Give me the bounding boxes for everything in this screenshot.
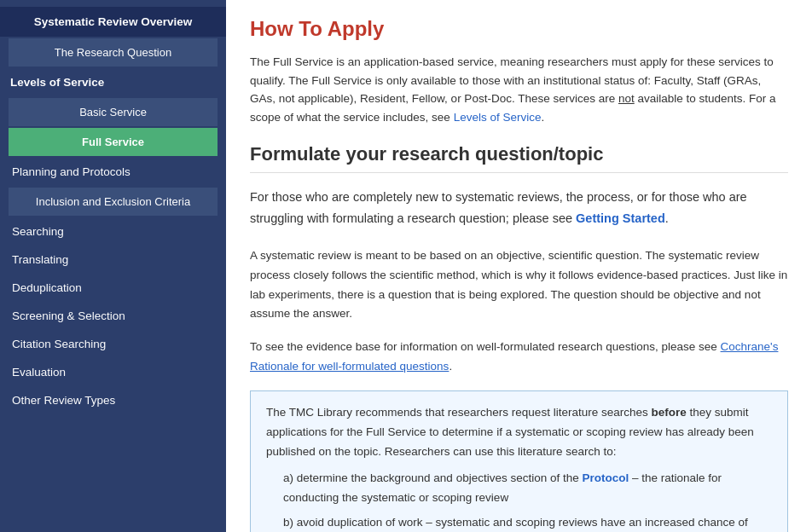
sidebar-item-other-review-types[interactable]: Other Review Types (0, 386, 226, 414)
info-box-intro: The TMC Library recommends that research… (266, 403, 772, 462)
body-paragraph-2: To see the evidence base for information… (250, 338, 788, 377)
sidebar-item-evaluation[interactable]: Evaluation (0, 358, 226, 386)
body-paragraph-1: A systematic review is meant to be based… (250, 246, 788, 325)
highlight-paragraph: For those who are completely new to syst… (250, 187, 788, 228)
sidebar-item-translating[interactable]: Translating (0, 246, 226, 274)
section-heading: Formulate your research question/topic (250, 143, 788, 173)
page-title: How To Apply (250, 17, 788, 41)
info-box-item-b: b) avoid duplication of work – systemati… (283, 513, 772, 532)
info-box-item-a: a) determine the background and objectiv… (283, 469, 772, 508)
sidebar-item-research-question[interactable]: The Research Question (9, 38, 218, 66)
sidebar-item-systematic-review-overview[interactable]: Systematic Review Overview (0, 7, 226, 37)
sidebar-section-levels-of-service: Levels of Service (0, 68, 226, 96)
sidebar-item-citation-searching[interactable]: Citation Searching (0, 330, 226, 358)
sidebar: Systematic Review Overview The Research … (0, 0, 226, 532)
sidebar-item-planning-protocols[interactable]: Planning and Protocols (0, 158, 226, 186)
sidebar-item-basic-service[interactable]: Basic Service (9, 98, 218, 126)
intro-paragraph: The Full Service is an application-based… (250, 53, 788, 126)
sidebar-item-full-service[interactable]: Full Service (9, 128, 218, 156)
sidebar-item-inclusion-exclusion[interactable]: Inclusion and Exclusion Criteria (9, 188, 218, 216)
sidebar-item-screening-selection[interactable]: Screening & Selection (0, 302, 226, 330)
sidebar-item-searching[interactable]: Searching (0, 217, 226, 246)
info-box: The TMC Library recommends that research… (250, 390, 788, 532)
levels-of-service-link[interactable]: Levels of Service (454, 111, 542, 124)
getting-started-link[interactable]: Getting Started (576, 211, 665, 225)
main-content: How To Apply The Full Service is an appl… (226, 0, 812, 532)
protocol-link[interactable]: Protocol (582, 471, 629, 484)
sidebar-item-deduplication[interactable]: Deduplication (0, 274, 226, 302)
